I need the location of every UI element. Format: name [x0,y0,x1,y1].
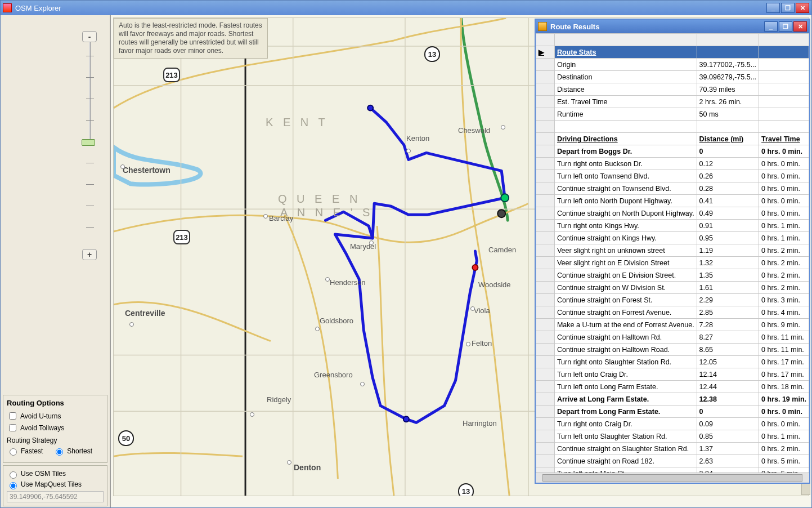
table-row[interactable]: Continue straight on Halltown Road. 8.65… [536,344,809,356]
table-row[interactable]: Continue straight on Road 182. 2.63 0 hr… [536,455,809,467]
table-row[interactable]: Continue straight on Forest St. 2.29 0 h… [536,294,809,306]
zoom-in-button[interactable]: + [82,249,97,260]
distance-cell: 0 [697,145,759,158]
table-row[interactable]: Continue straight on Forrest Avenue. 2.8… [536,306,809,319]
table-row[interactable]: Turn left onto North Dupont Highway. 0.4… [536,195,809,207]
table-row[interactable]: Turn right onto Slaughter Station Rd. 12… [536,356,809,368]
zoom-thumb[interactable] [82,139,95,146]
svg-point-1 [497,210,505,217]
table-row[interactable]: Veer slight right on unknown street 1.19… [536,244,809,257]
route-results-titlebar[interactable]: Route Results _ ❐ ✕ [536,20,809,33]
strategy-shortest-radio[interactable]: Shortest [53,447,92,456]
results-window-title: Route Results [550,23,599,31]
time-cell: 0 hrs. 1 min. [759,430,809,443]
time-cell: 0 hrs. 0 min. [759,158,809,170]
window-title: OSM Explorer [15,4,61,12]
zoom-tick [86,227,94,228]
table-row[interactable]: Continue straight on North Dupont Highwa… [536,207,809,220]
use-mapquest-tiles-radio[interactable]: Use MapQuest Tiles [7,480,104,489]
time-cell: 0 hrs. 0 min. [759,195,809,207]
minimize-button[interactable]: _ [766,3,780,13]
table-row[interactable]: Turn right onto Kings Hwy. 0.91 0 hrs. 1… [536,220,809,232]
results-minimize-button[interactable]: _ [764,21,778,32]
content-area: - + Routing Options Avoid U-turns [1,15,811,507]
distance-cell: 2.85 [697,306,759,319]
route-results-window[interactable]: Route Results _ ❐ ✕ ▶ Route StatsOrigin3… [535,19,810,484]
stat-value: 39.096279,-75.5... [697,71,759,83]
avoid-uturns-label: Avoid U-turns [20,412,61,420]
table-row[interactable]: Turn left onto Townsend Blvd. 0.26 0 hrs… [536,170,809,182]
left-sidebar: - + Routing Options Avoid U-turns [1,15,110,507]
zoom-slider-area: - + [1,15,110,394]
zoom-tick [86,206,94,206]
avoid-tollways-label: Avoid Tollways [20,424,64,432]
table-row[interactable]: Turn left onto Slaughter Station Rd. 0.8… [536,430,809,443]
direction-cell: Turn right onto Kings Hwy. [554,220,697,232]
stat-key: Runtime [554,108,697,121]
table-row[interactable]: Depart from Long Farm Estate. 0 0 hrs. 0… [536,405,809,418]
time-cell: 0 hrs. 17 min. [759,356,809,368]
direction-cell: Make a U-turn at the end of Forrest Aven… [554,319,697,331]
time-cell: 0 hrs. 2 min. [759,282,809,294]
table-row[interactable]: Turn right onto Buckson Dr. 0.12 0 hrs. … [536,158,809,170]
zoom-out-button[interactable]: - [82,31,97,42]
avoid-tollways-checkbox[interactable]: Avoid Tollways [7,422,104,433]
main-titlebar[interactable]: OSM Explorer _ ❐ ✕ [1,1,811,15]
zoom-tick [86,77,94,78]
results-horizontal-scrollbar[interactable] [536,473,809,483]
distance-cell: 0 [697,405,759,418]
table-row[interactable]: Continue straight on Slaughter Station R… [536,443,809,455]
results-close-button[interactable]: ✕ [793,21,807,32]
distance-cell: 8.65 [697,344,759,356]
avoid-uturns-input[interactable] [9,412,16,420]
table-row[interactable]: Make a U-turn at the end of Forrest Aven… [536,319,809,331]
shortest-input[interactable] [56,448,63,456]
distance-cell: 1.61 [697,282,759,294]
distance-cell: 0.49 [697,207,759,220]
table-row[interactable]: Continue straight on Halltown Rd. 8.27 0… [536,331,809,344]
results-maximize-button[interactable]: ❐ [779,21,792,32]
mq-tiles-input[interactable] [10,482,17,489]
horizontal-scroll-thumb[interactable] [542,474,802,482]
zoom-track[interactable] [89,42,91,139]
table-row[interactable]: Turn left onto Long Farm Estate. 12.44 0… [536,381,809,393]
fastest-input[interactable] [10,448,17,456]
table-row[interactable]: Depart from Boggs Dr. 0 0 hrs. 0 min. [536,145,809,158]
direction-cell: Continue straight on Townsend Blvd. [554,182,697,195]
table-row[interactable]: Continue straight on W Division St. 1.61… [536,282,809,294]
avoid-tollways-input[interactable] [9,424,16,431]
svg-point-3 [472,265,478,270]
table-row[interactable]: Turn left onto Craig Dr. 12.14 0 hrs. 17… [536,368,809,381]
time-cell: 0 hrs. 2 min. [759,443,809,455]
table-row[interactable]: Turn left onto Main St. 2.94 0 hrs. 5 mi… [536,467,809,473]
time-cell: 0 hrs. 1 min. [759,220,809,232]
section-route-stats: Route Stats [554,46,697,59]
avoid-uturns-checkbox[interactable]: Avoid U-turns [7,411,104,421]
table-row[interactable]: Continue straight on Kings Hwy. 0.95 0 h… [536,232,809,244]
direction-cell: Continue straight on Slaughter Station R… [554,443,697,455]
direction-cell: Continue straight on Kings Hwy. [554,232,697,244]
table-row[interactable]: Arrive at Long Farm Estate. 12.38 0 hrs.… [536,393,809,405]
strategy-fastest-radio[interactable]: Fastest [7,447,43,456]
osm-tiles-input[interactable] [10,471,17,479]
col-time: Travel Time [759,133,809,145]
direction-cell: Turn left onto Main St. [554,467,697,473]
table-row[interactable]: Continue straight on Townsend Blvd. 0.28… [536,182,809,195]
stat-value: 50 ms [697,108,759,121]
time-cell: 0 hrs. 9 min. [759,319,809,331]
svg-point-0 [501,194,509,202]
use-osm-tiles-radio[interactable]: Use OSM Tiles [7,470,104,479]
close-button[interactable]: ✕ [796,3,809,13]
table-row[interactable]: Turn right onto Craig Dr. 0.09 0 hrs. 0 … [536,418,809,430]
table-row[interactable]: Continue straight on E Division Street. … [536,269,809,282]
distance-cell: 2.94 [697,467,759,473]
time-cell: 0 hrs. 18 min. [759,381,809,393]
direction-cell: Turn left onto Craig Dr. [554,368,697,381]
time-cell: 0 hrs. 11 min. [759,331,809,344]
distance-cell: 12.38 [697,393,759,405]
table-row[interactable]: Veer slight right on E Division Street 1… [536,257,809,269]
maximize-button[interactable]: ❐ [781,3,795,13]
time-cell: 0 hrs. 0 min. [759,182,809,195]
results-grid-scroll[interactable]: ▶ Route StatsOrigin39.177002,-75.5...Des… [536,33,809,473]
distance-cell: 12.44 [697,381,759,393]
